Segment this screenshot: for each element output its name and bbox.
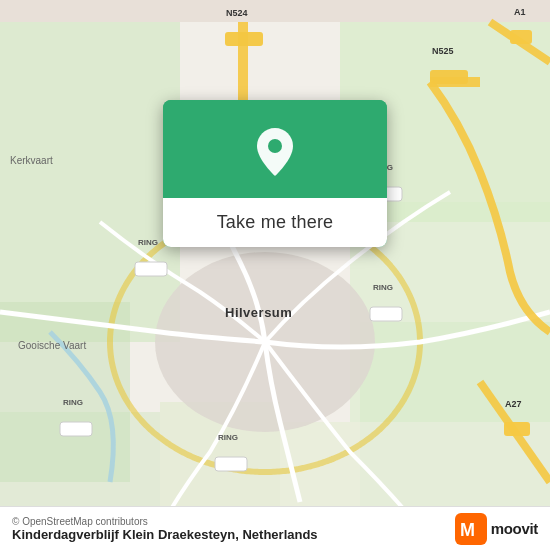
- popup-header: [163, 100, 387, 198]
- svg-point-22: [268, 139, 282, 153]
- copyright-text: © OpenStreetMap contributors: [12, 516, 318, 527]
- take-me-there-button[interactable]: Take me there: [205, 208, 346, 237]
- svg-rect-14: [510, 30, 532, 44]
- svg-text:M: M: [460, 520, 475, 540]
- svg-rect-2: [0, 22, 180, 342]
- moovit-text: moovit: [491, 520, 538, 537]
- moovit-icon: M: [455, 513, 487, 545]
- svg-rect-15: [504, 422, 530, 436]
- svg-rect-20: [215, 457, 247, 471]
- bottom-bar-info: © OpenStreetMap contributors Kinderdagve…: [12, 516, 318, 542]
- location-pin-icon: [251, 124, 299, 180]
- location-title: Kinderdagverblijf Klein Draekesteyn, Net…: [12, 527, 318, 542]
- map-background: [0, 0, 550, 550]
- bottom-bar: © OpenStreetMap contributors Kinderdagve…: [0, 506, 550, 550]
- moovit-logo: M moovit: [455, 513, 538, 545]
- svg-rect-17: [135, 262, 167, 276]
- svg-rect-13: [430, 70, 468, 84]
- popup-button-area[interactable]: Take me there: [163, 198, 387, 247]
- svg-rect-19: [370, 307, 402, 321]
- location-popup: Take me there: [163, 100, 387, 247]
- map-container: Hilversum N524 N525 A1 A27 RING RING RIN…: [0, 0, 550, 550]
- svg-rect-21: [60, 422, 92, 436]
- svg-rect-11: [225, 32, 263, 46]
